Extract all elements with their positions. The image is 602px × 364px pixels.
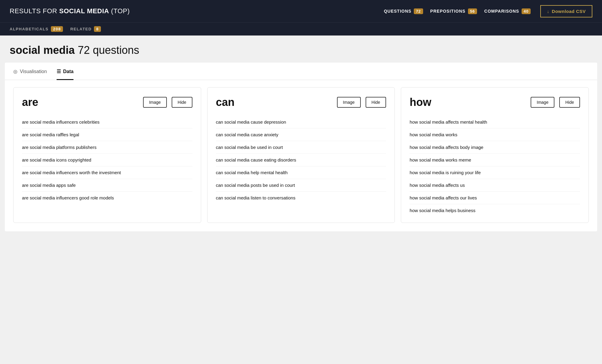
tab-icon: ◎ (13, 69, 17, 74)
page-title-keyword: social media (10, 44, 75, 56)
card-item[interactable]: how social media affects mental health (410, 116, 580, 128)
card-can: canImageHidecan social media cause depre… (207, 87, 395, 223)
card-item[interactable]: how social media affects body image (410, 141, 580, 154)
main-content: ◎Visualisation☰Data areImageHideare soci… (5, 63, 597, 231)
card-item[interactable]: how social media helps business (410, 204, 580, 217)
card-hide-button-are[interactable]: Hide (172, 97, 192, 108)
card-item[interactable]: can social media listen to conversations (216, 192, 386, 204)
card-item[interactable]: how social media affects our lives (410, 192, 580, 204)
sub-nav-label: RELATED (70, 27, 92, 31)
nav-badge: 40 (522, 8, 531, 14)
title-suffix: (TOP) (109, 7, 130, 15)
header-nav: QUESTIONS72PREPOSITIONS56COMPARISONS40 (384, 8, 531, 14)
card-item[interactable]: are social media influencers celebrities (22, 116, 192, 128)
card-item[interactable]: are social media icons copyrighted (22, 154, 192, 166)
card-item[interactable]: can social media cause anxiety (216, 128, 386, 141)
download-label: Download CSV (552, 9, 586, 14)
sub-nav-badge: 8 (94, 26, 101, 32)
tab-icon: ☰ (57, 69, 61, 74)
card-are: areImageHideare social media influencers… (13, 87, 201, 223)
tab-label: Data (63, 69, 74, 74)
title-prefix: RESULTS FOR (10, 7, 59, 15)
nav-badge: 72 (414, 8, 423, 14)
card-header-how: howImageHide (410, 96, 580, 109)
tab-label: Visualisation (20, 69, 47, 74)
card-item[interactable]: can social media cause depression (216, 116, 386, 128)
page-title-count: 72 (78, 44, 90, 56)
card-title-are: are (22, 96, 138, 109)
sub-nav-item-related[interactable]: RELATED8 (70, 26, 101, 35)
card-item[interactable]: are social media apps safe (22, 179, 192, 192)
nav-item-prepositions[interactable]: PREPOSITIONS56 (430, 8, 477, 14)
nav-label: QUESTIONS (384, 9, 411, 14)
card-item[interactable]: are social media platforms publishers (22, 141, 192, 154)
nav-label: PREPOSITIONS (430, 9, 466, 14)
card-items-are: are social media influencers celebrities… (22, 116, 192, 204)
sub-nav-badge: 208 (51, 26, 63, 32)
title-keyword: SOCIAL MEDIA (59, 7, 109, 15)
main-header: RESULTS FOR SOCIAL MEDIA (TOP) QUESTIONS… (0, 0, 602, 22)
nav-badge: 56 (468, 8, 477, 14)
download-csv-button[interactable]: ↓ Download CSV (540, 5, 592, 17)
download-icon: ↓ (547, 9, 549, 14)
card-hide-button-can[interactable]: Hide (366, 97, 386, 108)
card-item[interactable]: can social media help mental health (216, 166, 386, 179)
page-title-area: social media 72 questions (0, 35, 602, 63)
card-header-can: canImageHide (216, 96, 386, 109)
card-item[interactable]: how social media affects us (410, 179, 580, 192)
page-title-suffix: questions (93, 44, 139, 56)
cards-area: areImageHideare social media influencers… (5, 80, 597, 231)
card-title-can: can (216, 96, 332, 109)
card-header-are: areImageHide (22, 96, 192, 109)
sub-nav-item-alphabeticals[interactable]: ALPHABETICALS208 (10, 26, 63, 35)
card-items-can: can social media cause depressioncan soc… (216, 116, 386, 204)
card-item[interactable]: can social media posts be used in court (216, 179, 386, 192)
card-hide-button-how[interactable]: Hide (559, 97, 580, 108)
tab-data[interactable]: ☰Data (57, 69, 74, 80)
card-item[interactable]: can social media be used in court (216, 141, 386, 154)
nav-label: COMPARISONS (484, 9, 519, 14)
card-item[interactable]: can social media cause eating disorders (216, 154, 386, 166)
page-title: social media 72 questions (10, 44, 592, 57)
card-item[interactable]: are social media influencers worth the i… (22, 166, 192, 179)
card-item[interactable]: how social media is ruining your life (410, 166, 580, 179)
card-item[interactable]: how social media works (410, 128, 580, 141)
results-title: RESULTS FOR SOCIAL MEDIA (TOP) (10, 7, 384, 15)
card-item[interactable]: how social media works meme (410, 154, 580, 166)
nav-item-comparisons[interactable]: COMPARISONS40 (484, 8, 531, 14)
tabs-bar: ◎Visualisation☰Data (5, 63, 597, 80)
card-how: howImageHidehow social media affects men… (401, 87, 589, 223)
card-image-button-are[interactable]: Image (143, 97, 167, 108)
card-image-button-can[interactable]: Image (337, 97, 361, 108)
card-image-button-how[interactable]: Image (531, 97, 554, 108)
card-title-how: how (410, 96, 526, 109)
nav-item-questions[interactable]: QUESTIONS72 (384, 8, 423, 14)
tab-visualisation[interactable]: ◎Visualisation (13, 69, 47, 80)
sub-nav-label: ALPHABETICALS (10, 27, 48, 31)
card-item[interactable]: are social media influencers good role m… (22, 192, 192, 204)
card-item[interactable]: are social media raffles legal (22, 128, 192, 141)
card-items-how: how social media affects mental healthho… (410, 116, 580, 217)
sub-header: ALPHABETICALS208RELATED8 (0, 22, 602, 35)
